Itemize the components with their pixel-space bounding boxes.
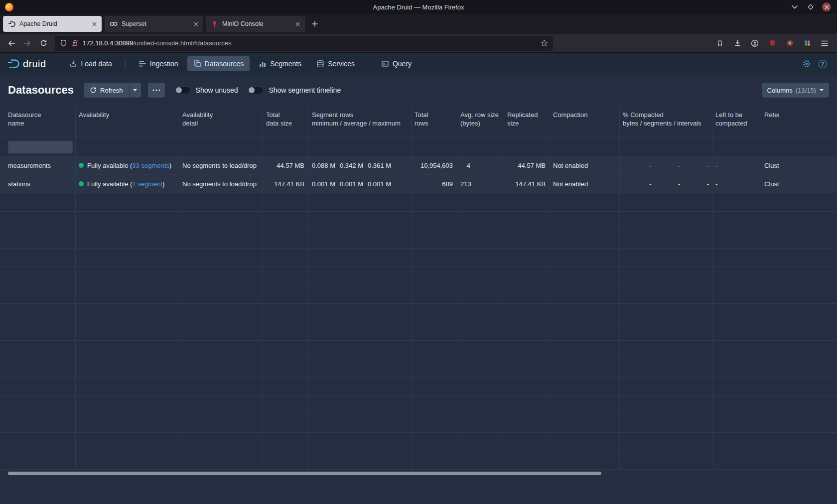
col-header-segment-rows[interactable]: Segment rowsminimum / average / maximum — [309, 106, 412, 137]
tab-minio-console[interactable]: MinIO Console — [206, 16, 305, 32]
empty-cell — [761, 304, 837, 322]
datasources-table: Datasourcename Availability Availability… — [0, 106, 837, 470]
col-header-pct-compacted[interactable]: % Compactedbytes / segments / intervals — [620, 106, 712, 137]
empty-cell — [263, 267, 309, 285]
settings-button[interactable] — [799, 56, 814, 71]
table-row-measurements[interactable]: measurements Fully available (33 segment… — [0, 156, 837, 175]
col-header-left-to-be-compacted[interactable]: Left to becompacted — [712, 106, 761, 137]
segments-link[interactable]: 1 segment — [132, 180, 162, 188]
empty-cell — [712, 267, 761, 285]
col-header-total-data-size[interactable]: Totaldata size — [263, 106, 309, 137]
empty-cell — [412, 285, 457, 303]
extension-button[interactable] — [783, 37, 796, 50]
reload-button[interactable] — [36, 36, 51, 51]
refresh-button[interactable]: Refresh — [84, 83, 129, 98]
show-unused-label: Show unused — [196, 86, 238, 94]
more-options-button[interactable] — [148, 83, 165, 98]
account-button[interactable] — [748, 37, 761, 50]
druid-header: druid Load data Ingestion Datasources Se… — [0, 53, 837, 75]
empty-cell — [761, 285, 837, 303]
empty-cell — [761, 359, 837, 377]
empty-cell — [761, 396, 837, 414]
cell-retention: Cluster default — [761, 156, 837, 174]
nav-item-ingestion[interactable]: Ingestion — [133, 56, 184, 71]
table-empty-row — [0, 433, 837, 451]
nav-item-segments[interactable]: Segments — [253, 56, 307, 71]
empty-cell — [179, 359, 263, 377]
col-header-retention[interactable]: Retention — [761, 106, 837, 137]
back-button[interactable] — [4, 36, 19, 51]
show-unused-switch[interactable] — [175, 86, 191, 94]
col-header-availability-detail[interactable]: Availabilitydetail — [179, 106, 263, 137]
nav-item-query[interactable]: Query — [375, 56, 418, 71]
new-tab-button[interactable] — [308, 17, 322, 31]
chevron-down-icon — [792, 5, 798, 9]
tab-bar: Apache Druid Superset MinIO Console — [0, 14, 837, 34]
nav-item-load-data[interactable]: Load data — [63, 56, 118, 71]
nav-item-services[interactable]: Services — [310, 56, 361, 71]
col-header-compaction[interactable]: Compaction — [550, 106, 620, 137]
tab-close-button[interactable] — [295, 22, 300, 26]
empty-cell — [550, 249, 620, 266]
insecure-lock-icon[interactable] — [71, 39, 79, 47]
downloads-button[interactable] — [731, 37, 744, 50]
bookmark-star-icon[interactable] — [541, 39, 548, 47]
help-button[interactable]: ? — [815, 56, 830, 71]
filter-cell — [0, 138, 76, 156]
col-header-total-rows[interactable]: Totalrows — [412, 106, 457, 137]
forward-button[interactable] — [20, 36, 35, 51]
druid-logo[interactable]: druid — [7, 58, 46, 70]
tab-label: Apache Druid — [19, 20, 88, 27]
columns-button[interactable]: Columns (13/15) — [762, 83, 830, 98]
tab-close-button[interactable] — [92, 22, 97, 26]
tab-superset[interactable]: Superset — [105, 16, 203, 32]
empty-cell — [620, 414, 712, 432]
menu-button[interactable] — [818, 37, 831, 50]
col-header-avg-row-size[interactable]: Avg. row size(bytes) — [457, 106, 504, 137]
containers-button[interactable] — [801, 37, 814, 50]
divider — [56, 59, 56, 69]
segments-link[interactable]: 33 segments — [132, 162, 169, 169]
url-host: 172.18.0.4:30899 — [83, 39, 133, 47]
empty-cell — [412, 249, 457, 266]
refresh-caret-button[interactable] — [129, 83, 141, 98]
tab-close-button[interactable] — [194, 22, 198, 26]
empty-cell — [309, 359, 412, 377]
empty-cell — [457, 322, 504, 340]
empty-cell — [0, 396, 76, 414]
close-icon — [825, 5, 829, 9]
ublock-button[interactable] — [766, 37, 779, 50]
empty-cell — [412, 304, 457, 322]
tab-apache-druid[interactable]: Apache Druid — [3, 16, 102, 32]
window-maximize-button[interactable] — [806, 2, 815, 11]
empty-cell — [0, 378, 76, 395]
empty-cell — [457, 359, 504, 377]
scrollbar-thumb[interactable] — [8, 472, 601, 475]
gear-icon — [802, 59, 811, 68]
datasource-name-filter-input[interactable] — [8, 140, 73, 153]
show-segment-timeline-switch[interactable] — [248, 86, 264, 94]
window-minimize-button[interactable] — [790, 2, 799, 11]
url-bar[interactable]: 172.18.0.4:30899/unified-console.html#da… — [55, 36, 553, 51]
cell-avg-row-size: 213 — [457, 175, 504, 193]
nav-item-datasources[interactable]: Datasources — [187, 56, 250, 71]
col-header-datasource-name[interactable]: Datasourcename — [0, 106, 76, 137]
pocket-button[interactable] — [713, 37, 726, 50]
tracking-protection-shield-icon[interactable] — [60, 39, 67, 47]
col-header-replicated-size[interactable]: Replicatedsize — [504, 106, 550, 137]
table-row-stations[interactable]: stations Fully available (1 segment) No … — [0, 175, 837, 193]
empty-cell — [263, 230, 309, 248]
filter-cell — [76, 138, 179, 156]
empty-cell — [412, 378, 457, 395]
col-header-availability[interactable]: Availability — [76, 106, 179, 137]
empty-cell — [76, 414, 179, 432]
empty-cell — [504, 451, 550, 469]
divider — [368, 59, 368, 69]
cell-compaction: Not enabled — [550, 175, 620, 193]
empty-cell — [457, 267, 504, 285]
window-close-button[interactable] — [822, 2, 831, 11]
cell-total-data-size: 44.57 MB — [263, 156, 309, 174]
url-text[interactable]: 172.18.0.4:30899/unified-console.html#da… — [83, 39, 537, 47]
empty-cell — [761, 378, 837, 395]
empty-cell — [0, 414, 76, 432]
